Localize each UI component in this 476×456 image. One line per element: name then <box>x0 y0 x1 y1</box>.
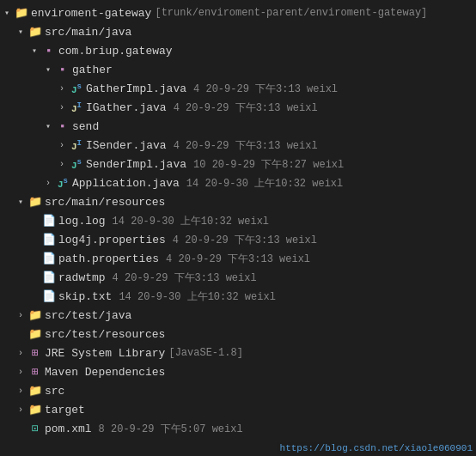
tree-item-send-folder[interactable]: ▾▪send <box>0 117 476 136</box>
tree-item-ISender[interactable]: ›JIISender.java4 20-9-29 下午3:13 weixl <box>0 136 476 155</box>
tree-item-src-main-resources[interactable]: ▾📁src/main/resources <box>0 192 476 211</box>
item-meta: 10 20-9-29 下午8:27 weixl <box>193 157 344 172</box>
expand-arrow[interactable]: › <box>55 160 69 169</box>
java-class-icon: Js <box>69 82 84 95</box>
expand-arrow[interactable]: ▾ <box>14 197 27 207</box>
java-class-icon: Js <box>55 177 70 190</box>
folder-icon: 📁 <box>27 403 43 416</box>
item-label: pom.xml <box>45 423 92 435</box>
item-label: src/main/java <box>45 26 131 39</box>
tree-item-path-props[interactable]: 📄path.properties4 20-9-29 下午3:13 weixl <box>0 249 476 268</box>
item-label: SenderImpl.java <box>86 158 186 171</box>
tree-item-root[interactable]: ▾📁enviroment-gateway [trunk/enviroment-p… <box>0 3 476 22</box>
expand-arrow[interactable]: ▾ <box>14 27 27 37</box>
item-label: JRE System Library <box>45 347 165 360</box>
item-label: log4j.properties <box>58 234 166 246</box>
item-label: Maven Dependencies <box>45 366 165 379</box>
xml-icon: ⊡ <box>27 422 43 435</box>
tree-item-skip-txt[interactable]: 📄skip.txt14 20-9-30 上午10:32 weixl <box>0 287 476 306</box>
item-meta: 4 20-9-29 下午3:13 weixl <box>174 100 318 115</box>
lib-icon: ⊞ <box>27 365 43 379</box>
folder-icon: 📁 <box>27 195 43 209</box>
java-iface-icon: JI <box>69 101 84 114</box>
tree-item-IGather[interactable]: ›JIIGather.java4 20-9-29 下午3:13 weixl <box>0 98 476 117</box>
file-icon: 📄 <box>41 214 57 228</box>
expand-arrow[interactable]: ▾ <box>41 121 55 131</box>
expand-arrow[interactable]: ▾ <box>27 46 41 56</box>
file-icon: 📄 <box>41 289 57 303</box>
tree-item-target[interactable]: ›📁target <box>0 400 476 419</box>
item-meta: 4 20-9-29 下午3:13 weixl <box>173 233 317 247</box>
item-label: log.log <box>58 215 106 228</box>
item-meta: 4 20-9-29 下午3:13 weixl <box>166 252 310 266</box>
java-class-icon: Js <box>69 158 84 171</box>
item-label: enviroment-gateway <box>31 7 151 20</box>
item-label: Application.java <box>72 177 180 190</box>
item-label-suffix: [JavaSE-1.8] <box>168 347 242 359</box>
folder-icon: 📁 <box>27 308 43 322</box>
file-tree: ▾📁enviroment-gateway [trunk/enviroment-p… <box>0 0 476 441</box>
item-meta: 4 20-9-29 下午3:13 weixl <box>113 271 257 285</box>
expand-arrow[interactable]: › <box>14 368 27 377</box>
expand-arrow[interactable]: › <box>41 179 55 188</box>
tree-item-src-test-resources[interactable]: 📁src/test/resources <box>0 325 476 344</box>
tree-item-GatherImpl[interactable]: ›JsGatherImpl.java4 20-9-29 下午3:13 weixl <box>0 79 476 98</box>
tree-item-jre-system[interactable]: ›⊞JRE System Library [JavaSE-1.8] <box>0 344 476 362</box>
tree-item-src-test-java[interactable]: ›📁src/test/java <box>0 306 476 325</box>
file-icon: 📄 <box>41 233 57 246</box>
package-icon: ▪ <box>55 64 70 76</box>
expand-arrow[interactable]: › <box>14 349 27 358</box>
item-meta: 8 20-9-29 下午5:07 weixl <box>99 422 243 436</box>
item-label: src/main/resources <box>45 196 165 209</box>
tree-item-maven-deps[interactable]: ›⊞Maven Dependencies <box>0 362 476 381</box>
item-label: radwtmp <box>58 271 106 284</box>
tree-item-Application[interactable]: ›JsApplication.java14 20-9-30 上午10:32 we… <box>0 173 476 192</box>
file-icon: 📄 <box>41 271 57 284</box>
item-label-suffix: [trunk/enviroment-parent/enviroment-gate… <box>155 7 427 19</box>
expand-arrow[interactable]: › <box>55 84 69 94</box>
tree-item-com-briup-gateway[interactable]: ▾▪com.briup.gateway <box>0 41 476 60</box>
folder-icon: 📁 <box>27 25 43 39</box>
tree-item-log4j-props[interactable]: 📄log4j.properties4 20-9-29 下午3:13 weixl <box>0 230 476 249</box>
expand-arrow[interactable]: › <box>14 405 27 415</box>
item-meta: 4 20-9-29 下午3:13 weixl <box>193 82 338 96</box>
expand-arrow[interactable]: › <box>14 311 27 320</box>
item-label: com.briup.gateway <box>58 45 173 58</box>
expand-arrow[interactable]: › <box>14 386 27 396</box>
expand-arrow[interactable]: ▾ <box>41 64 55 75</box>
package-icon: ▪ <box>55 120 70 133</box>
item-label: src <box>45 385 64 398</box>
file-icon: 📄 <box>41 252 57 265</box>
tree-item-log-log[interactable]: 📄log.log14 20-9-30 上午10:32 weixl <box>0 211 476 230</box>
expand-arrow[interactable]: ▾ <box>0 8 14 18</box>
tree-item-pom-xml[interactable]: ⊡pom.xml8 20-9-29 下午5:07 weixl <box>0 419 476 438</box>
item-label: GatherImpl.java <box>86 82 186 95</box>
tree-item-src-main-java[interactable]: ▾📁src/main/java <box>0 22 476 41</box>
item-label: ISender.java <box>86 139 167 152</box>
tree-item-gather-folder[interactable]: ▾▪gather <box>0 60 476 79</box>
item-meta: 14 20-9-30 上午10:32 weixl <box>119 289 275 304</box>
item-label: path.properties <box>58 252 159 265</box>
item-label: gather <box>72 64 113 76</box>
tree-item-radwtmp[interactable]: 📄radwtmp4 20-9-29 下午3:13 weixl <box>0 268 476 287</box>
folder-icon: 📁 <box>27 384 43 398</box>
item-meta: 14 20-9-30 上午10:32 weixl <box>113 214 269 228</box>
expand-arrow[interactable]: › <box>55 103 69 112</box>
item-label: target <box>45 404 85 416</box>
folder-icon: 📁 <box>27 327 43 341</box>
item-label: skip.txt <box>58 290 112 303</box>
tree-item-SenderImpl[interactable]: ›JsSenderImpl.java10 20-9-29 下午8:27 weix… <box>0 155 476 173</box>
lib-icon: ⊞ <box>27 346 43 360</box>
item-label: IGather.java <box>86 101 167 114</box>
folder-icon: 📁 <box>14 6 29 20</box>
item-label: src/test/java <box>45 309 131 322</box>
item-meta: 14 20-9-30 上午10:32 weixl <box>186 176 343 191</box>
item-label: src/test/resources <box>45 328 165 341</box>
java-iface-icon: JI <box>69 139 84 152</box>
expand-arrow[interactable]: › <box>55 141 69 150</box>
package-icon: ▪ <box>41 45 57 58</box>
tree-item-src[interactable]: ›📁src <box>0 381 476 400</box>
item-label: send <box>72 120 99 133</box>
item-meta: 4 20-9-29 下午3:13 weixl <box>174 138 318 153</box>
watermark: https://blog.csdn.net/xiaole060901 <box>277 442 476 454</box>
